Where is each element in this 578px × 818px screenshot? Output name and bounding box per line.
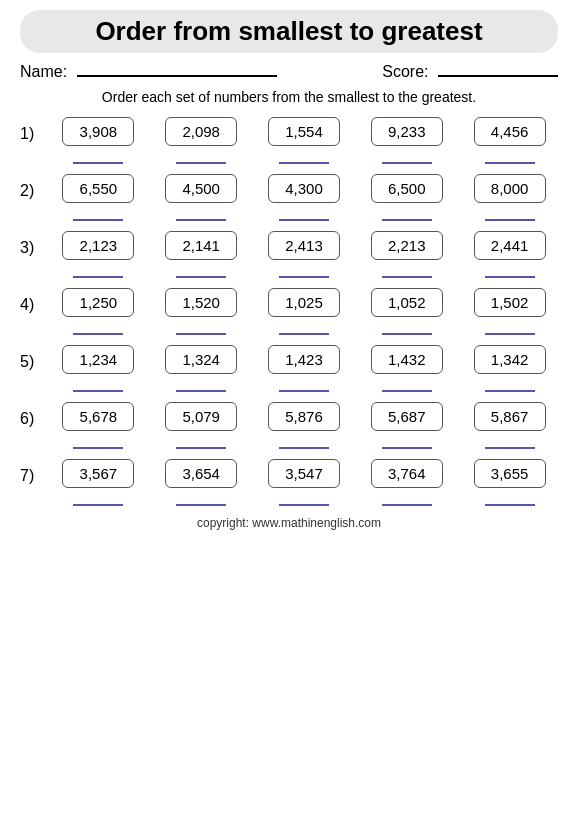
number-box-2-4: 6,500 — [371, 174, 443, 203]
problem-5: 5)1,2341,3241,4231,4321,342 — [20, 345, 558, 392]
number-box-2-1: 6,550 — [62, 174, 134, 203]
problem-1: 1)3,9082,0981,5549,2334,456 — [20, 117, 558, 164]
problem-number-1: 1) — [20, 117, 50, 143]
number-box-7-2: 3,654 — [165, 459, 237, 488]
number-box-5-4: 1,432 — [371, 345, 443, 374]
answer-line-4-3[interactable] — [279, 325, 329, 335]
number-box-7-1: 3,567 — [62, 459, 134, 488]
answer-line-2-3[interactable] — [279, 211, 329, 221]
instructions: Order each set of numbers from the small… — [20, 89, 558, 105]
score-line — [438, 75, 558, 77]
number-box-4-3: 1,025 — [268, 288, 340, 317]
number-box-4-5: 1,502 — [474, 288, 546, 317]
number-box-6-4: 5,687 — [371, 402, 443, 431]
problem-number-4: 4) — [20, 288, 50, 314]
number-box-7-4: 3,764 — [371, 459, 443, 488]
number-box-1-3: 1,554 — [268, 117, 340, 146]
number-box-4-1: 1,250 — [62, 288, 134, 317]
number-box-3-5: 2,441 — [474, 231, 546, 260]
answer-line-5-5[interactable] — [485, 382, 535, 392]
problem-number-7: 7) — [20, 459, 50, 485]
answer-line-1-4[interactable] — [382, 154, 432, 164]
answer-line-4-1[interactable] — [73, 325, 123, 335]
answer-line-6-2[interactable] — [176, 439, 226, 449]
answer-line-7-5[interactable] — [485, 496, 535, 506]
number-box-1-1: 3,908 — [62, 117, 134, 146]
answer-line-3-2[interactable] — [176, 268, 226, 278]
number-box-6-2: 5,079 — [165, 402, 237, 431]
number-box-2-5: 8,000 — [474, 174, 546, 203]
answer-line-5-4[interactable] — [382, 382, 432, 392]
problem-4: 4)1,2501,5201,0251,0521,502 — [20, 288, 558, 335]
name-label: Name: — [20, 63, 67, 80]
number-box-2-2: 4,500 — [165, 174, 237, 203]
problem-3: 3)2,1232,1412,4132,2132,441 — [20, 231, 558, 278]
number-box-3-1: 2,123 — [62, 231, 134, 260]
answer-line-3-3[interactable] — [279, 268, 329, 278]
answer-line-3-5[interactable] — [485, 268, 535, 278]
answer-line-6-5[interactable] — [485, 439, 535, 449]
number-box-7-3: 3,547 — [268, 459, 340, 488]
answer-line-1-3[interactable] — [279, 154, 329, 164]
answer-line-2-2[interactable] — [176, 211, 226, 221]
answer-line-4-2[interactable] — [176, 325, 226, 335]
number-box-5-5: 1,342 — [474, 345, 546, 374]
problem-6: 6)5,6785,0795,8765,6875,867 — [20, 402, 558, 449]
number-box-5-3: 1,423 — [268, 345, 340, 374]
answer-line-4-4[interactable] — [382, 325, 432, 335]
answer-line-4-5[interactable] — [485, 325, 535, 335]
number-box-3-2: 2,141 — [165, 231, 237, 260]
answer-line-6-3[interactable] — [279, 439, 329, 449]
number-box-1-4: 9,233 — [371, 117, 443, 146]
answer-line-5-3[interactable] — [279, 382, 329, 392]
number-box-5-1: 1,234 — [62, 345, 134, 374]
number-box-6-3: 5,876 — [268, 402, 340, 431]
problem-7: 7)3,5673,6543,5473,7643,655 — [20, 459, 558, 506]
number-box-1-2: 2,098 — [165, 117, 237, 146]
problem-number-2: 2) — [20, 174, 50, 200]
number-box-6-1: 5,678 — [62, 402, 134, 431]
problem-2: 2)6,5504,5004,3006,5008,000 — [20, 174, 558, 221]
answer-line-5-1[interactable] — [73, 382, 123, 392]
number-box-4-2: 1,520 — [165, 288, 237, 317]
answer-line-2-1[interactable] — [73, 211, 123, 221]
answer-line-7-2[interactable] — [176, 496, 226, 506]
problem-number-5: 5) — [20, 345, 50, 371]
answer-line-1-5[interactable] — [485, 154, 535, 164]
number-box-3-3: 2,413 — [268, 231, 340, 260]
name-line — [77, 75, 277, 77]
copyright: copyright: www.mathinenglish.com — [20, 516, 558, 530]
number-box-4-4: 1,052 — [371, 288, 443, 317]
number-box-6-5: 5,867 — [474, 402, 546, 431]
number-box-5-2: 1,324 — [165, 345, 237, 374]
answer-line-5-2[interactable] — [176, 382, 226, 392]
page-title: Order from smallest to greatest — [20, 10, 558, 53]
answer-line-7-3[interactable] — [279, 496, 329, 506]
number-box-7-5: 3,655 — [474, 459, 546, 488]
score-label: Score: — [382, 63, 428, 80]
number-box-3-4: 2,213 — [371, 231, 443, 260]
answer-line-3-4[interactable] — [382, 268, 432, 278]
problem-number-3: 3) — [20, 231, 50, 257]
answer-line-1-2[interactable] — [176, 154, 226, 164]
answer-line-7-1[interactable] — [73, 496, 123, 506]
answer-line-7-4[interactable] — [382, 496, 432, 506]
answer-line-3-1[interactable] — [73, 268, 123, 278]
answer-line-2-5[interactable] — [485, 211, 535, 221]
answer-line-6-1[interactable] — [73, 439, 123, 449]
answer-line-2-4[interactable] — [382, 211, 432, 221]
number-box-2-3: 4,300 — [268, 174, 340, 203]
number-box-1-5: 4,456 — [474, 117, 546, 146]
answer-line-6-4[interactable] — [382, 439, 432, 449]
answer-line-1-1[interactable] — [73, 154, 123, 164]
problem-number-6: 6) — [20, 402, 50, 428]
